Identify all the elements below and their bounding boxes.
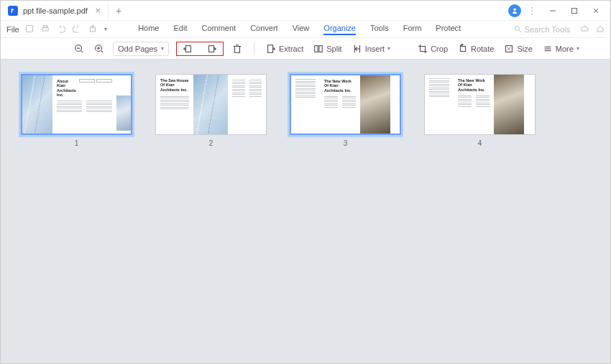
quick-access-icons: ▾ <box>25 24 107 34</box>
more-button[interactable]: More▾ <box>541 44 581 54</box>
page-number-label: 1 <box>75 139 79 147</box>
svg-rect-2 <box>572 8 577 13</box>
chevron-down-icon: ▾ <box>161 45 164 52</box>
page-filter-dropdown[interactable]: Odd Pages ▾ <box>113 42 169 56</box>
minimize-button[interactable] <box>543 4 563 18</box>
extract-button[interactable]: Extract <box>265 44 305 54</box>
page-thumbnail-3[interactable]: The New Work Of Kian Architects Inc. 3 <box>290 74 401 147</box>
page-thumbnail-1[interactable]: About Kian Architects Inc. 1 <box>21 74 132 147</box>
app-icon <box>8 6 18 16</box>
titlebar: ppt file-sample.pdf × + ⋮ <box>1 1 610 21</box>
menu-form[interactable]: Form <box>403 24 422 35</box>
menu-organize[interactable]: Organize <box>323 24 356 35</box>
menu-tools[interactable]: Tools <box>370 24 389 35</box>
share-icon[interactable] <box>88 24 97 34</box>
close-tab-icon[interactable]: × <box>95 5 101 16</box>
svg-line-12 <box>81 50 83 52</box>
close-window-button[interactable] <box>586 4 606 18</box>
svg-rect-25 <box>319 45 322 52</box>
page-thumbnail-4[interactable]: The New Work Of Kian Architects Inc. 4 <box>424 74 536 147</box>
page-number-label: 2 <box>209 139 213 147</box>
split-button[interactable]: Split <box>312 44 343 54</box>
search-tools-label: Search Tools <box>525 25 570 34</box>
delete-button[interactable] <box>231 44 244 54</box>
menubar: File ▾ HomeEditCommentConvertViewOrganiz… <box>1 21 610 38</box>
quick-access-more-icon[interactable]: ▾ <box>104 26 107 32</box>
svg-rect-5 <box>26 25 32 32</box>
crop-button[interactable]: Crop <box>416 44 449 54</box>
svg-rect-18 <box>185 45 190 52</box>
rotate-left-button[interactable] <box>181 44 194 54</box>
redo-icon[interactable] <box>73 24 81 34</box>
page-number-label: 3 <box>344 139 348 147</box>
page-thumbnails-area: About Kian Architects Inc. 1 The Sea Hou… <box>1 60 610 363</box>
menu-home[interactable]: Home <box>138 24 159 35</box>
zoom-in-button[interactable] <box>93 44 106 54</box>
svg-rect-26 <box>461 46 466 51</box>
size-button[interactable]: Size <box>502 44 533 54</box>
insert-button[interactable]: Insert▾ <box>351 44 392 54</box>
svg-line-10 <box>519 30 520 32</box>
svg-line-15 <box>101 50 104 52</box>
svg-point-9 <box>515 27 519 31</box>
main-menu: HomeEditCommentConvertViewOrganizeToolsF… <box>138 24 482 35</box>
svg-rect-24 <box>315 45 318 52</box>
page-filter-label: Odd Pages <box>118 45 157 53</box>
menu-edit[interactable]: Edit <box>173 24 187 35</box>
menu-convert[interactable]: Convert <box>250 24 278 35</box>
svg-rect-23 <box>268 45 273 52</box>
svg-rect-19 <box>209 45 214 52</box>
menu-comment[interactable]: Comment <box>201 24 236 35</box>
file-menu[interactable]: File <box>6 25 25 34</box>
svg-rect-20 <box>235 46 240 52</box>
zoom-out-button[interactable] <box>73 44 86 54</box>
new-tab-button[interactable]: + <box>109 5 129 17</box>
menu-protect[interactable]: Protect <box>436 24 461 35</box>
maximize-button[interactable] <box>564 4 584 18</box>
cloud-icon[interactable] <box>580 24 589 34</box>
svg-rect-7 <box>43 25 47 27</box>
tab-title: ppt file-sample.pdf <box>23 6 88 15</box>
print-icon[interactable] <box>41 24 50 34</box>
organize-toolbar: Odd Pages ▾ Extract Split Insert▾ Crop R… <box>1 38 610 60</box>
search-tools[interactable]: Search Tools <box>514 25 570 34</box>
rotate-button[interactable]: Rotate <box>456 44 495 54</box>
undo-icon[interactable] <box>57 24 65 34</box>
menu-view[interactable]: View <box>293 24 310 35</box>
save-icon[interactable] <box>25 24 34 34</box>
page-number-label: 4 <box>478 139 482 147</box>
highlighted-tools <box>176 42 224 56</box>
user-avatar[interactable] <box>508 4 521 17</box>
page-thumbnail-2[interactable]: The Sea House Of Kian Architects Inc. 2 <box>155 74 267 147</box>
document-tab[interactable]: ppt file-sample.pdf × <box>1 1 109 20</box>
kebab-menu-icon[interactable]: ⋮ <box>523 5 541 17</box>
window-controls: ⋮ <box>508 4 610 18</box>
rotate-right-button[interactable] <box>206 44 219 54</box>
home-icon[interactable] <box>596 24 605 34</box>
svg-point-0 <box>513 8 516 11</box>
